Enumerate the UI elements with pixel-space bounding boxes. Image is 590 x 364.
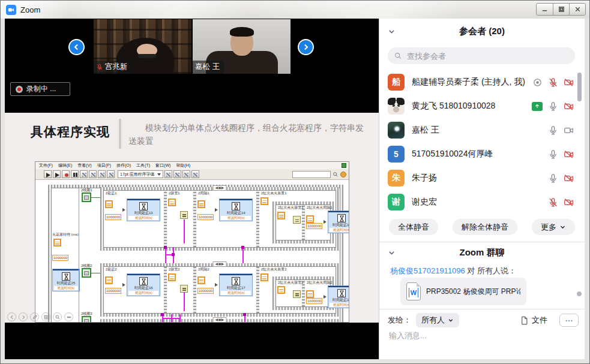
labview-window: 文件(F) 编辑(E) 查看(V) 项目(P) 操作(O) 工具(T) 窗口(W… [35,161,349,323]
mute-all-button[interactable]: 全体静音 [389,219,438,235]
message-input[interactable] [388,330,576,341]
help-icon [340,172,346,178]
video-name-tag: 嘉松 王 [193,61,224,74]
mic-muted-icon[interactable] [548,197,558,207]
labview-toolbar: 17pt 应用程序字体 [35,169,349,180]
distribute-objects-icon [173,170,181,178]
menu-project: 项目(P) [97,163,111,169]
participant-row[interactable]: 5 517051910024何厚峰 [379,142,585,166]
meeting-main-area: 宫兆新 嘉松 王 录制中 ... [5,19,379,359]
numeric-constant-icon [306,290,314,298]
zoom-glass-icon[interactable] [53,312,62,321]
numeric-constant-icon [306,215,314,223]
run-continuous-icon [53,170,61,178]
menu-tools: 工具(T) [136,163,150,169]
time-delay-block: 时间延迟17 延迟时间(s) [219,273,253,296]
numeric-constant-icon [197,200,205,208]
search-icon [394,52,402,60]
next-slide-icon[interactable] [19,312,28,321]
sequence-row-2: ◀▣▶ 2延迟2 1000000 [100,263,339,317]
recipient-dropdown[interactable]: 所有人 [416,313,459,327]
pen-icon[interactable] [30,312,39,321]
video-tile-2[interactable]: 嘉松 王 [193,19,290,74]
participant-video-glasses [138,54,156,58]
more-controls-icon[interactable] [64,312,73,321]
recording-indicator[interactable]: 录制中 ... [10,82,70,96]
participant-search[interactable] [388,47,575,64]
menu-help: 帮助(H) [176,163,190,169]
video-strip: 宫兆新 嘉松 王 录制中 ... [5,19,379,113]
maximize-button[interactable] [553,4,569,15]
mic-icon[interactable] [548,173,558,183]
menu-edit: 编辑(E) [58,163,72,169]
participant-row[interactable]: 嘉松 王 [379,118,585,142]
unmute-all-button[interactable]: 解除全体静音 [453,219,517,235]
camera-off-icon[interactable] [564,101,574,112]
file-button[interactable]: 文件 [516,314,551,326]
chat-sender-link[interactable]: 杨俊俊517021911096 [390,266,465,275]
presentation-controls [7,312,73,321]
camera-off-icon[interactable] [564,197,574,207]
participant-row[interactable]: 黄龙飞 518010910028 [379,94,585,118]
numeric-constant-icon [105,200,113,208]
word-doc-icon: W [406,282,421,300]
close-button[interactable] [569,4,585,15]
search-box [292,171,331,178]
chat-file-attachment[interactable]: W PRP35002 杨俊俊周可 PRP论... [400,278,526,305]
prev-slide-icon[interactable] [7,312,16,321]
slide-title: 具体程序实现 [31,124,110,140]
numeric-constant-icon [168,198,176,206]
sequence-row-1: ◀▣▶ 2延迟1 1000000 [100,187,339,251]
camera-off-icon[interactable] [564,173,574,183]
labview-corner-icon [342,163,346,168]
retain-wire-values-icon [89,170,97,178]
chat-more-button[interactable]: ⋯ [559,314,579,327]
slide-title-divider [119,119,121,149]
pause-icon [71,170,79,178]
resize-objects-icon [182,170,190,178]
time-delay-block: 时间延迟13 延迟时间(s) [127,198,160,221]
participants-scrollbar[interactable] [577,73,582,101]
more-button[interactable]: 更多 [532,219,575,235]
camera-off-icon[interactable] [564,149,574,160]
block-diagram: 火花塞特性 (ms) 1000000 时间延迟25 延迟时间(s) 2线圈1 [35,180,349,322]
panel-divider [379,309,585,309]
chat-scrollbar[interactable] [577,291,582,296]
numeric-constant-icon [168,273,176,281]
while-loop-icon [82,316,91,322]
minimize-button[interactable] [537,4,553,15]
menu-view: 查看(V) [77,163,91,169]
participant-row[interactable]: 船 船建辅导员秦子柔 (主持人, 我) [379,70,585,94]
mic-icon[interactable] [548,125,558,136]
output-node-icon [293,290,301,298]
mic-icon[interactable] [548,149,558,160]
chat-meta-text: 对 所有人说： [465,266,516,275]
participant-name: 黄龙飞 518010910028 [412,101,495,112]
step-over-icon [107,170,115,178]
avatar: 5 [388,146,405,163]
record-dot-icon [16,86,23,93]
search-input[interactable] [406,51,569,61]
title-bar: Zoom [1,1,589,19]
letterbox-bar [5,323,379,359]
participant-row[interactable]: 谢 谢史宏 [379,190,585,214]
video-participant-name: 嘉松 王 [195,62,220,72]
participants-list: 船 船建辅导员秦子柔 (主持人, 我) 黄龙飞 518010910028 [379,70,585,215]
numeric-constant-icon [105,276,113,284]
video-tile-1[interactable]: 宫兆新 [94,19,191,74]
hand-raised-badge [532,102,543,111]
spark-plug-column: 火花塞特性 (ms) 1000000 时间延迟25 延迟时间(s) [52,233,79,291]
avatar: 朱 [388,170,405,186]
reorder-icon [191,170,199,178]
next-videos-button[interactable] [298,39,314,55]
camera-off-icon[interactable] [564,77,574,88]
inner-sequence-frame: 2缸次点火脉宽1 2缸次点火间隔1 [272,201,334,243]
participant-row[interactable]: 朱 朱子扬 [379,166,585,190]
prev-videos-button[interactable] [68,39,85,55]
camera-icon[interactable] [564,125,574,136]
mic-muted-icon[interactable] [548,77,558,88]
send-to-label: 发给： [388,315,411,326]
mic-icon[interactable] [548,101,558,112]
grid-icon[interactable] [41,312,50,321]
chat-send-row: 发给： 所有人 文件 ⋯ [388,312,579,328]
